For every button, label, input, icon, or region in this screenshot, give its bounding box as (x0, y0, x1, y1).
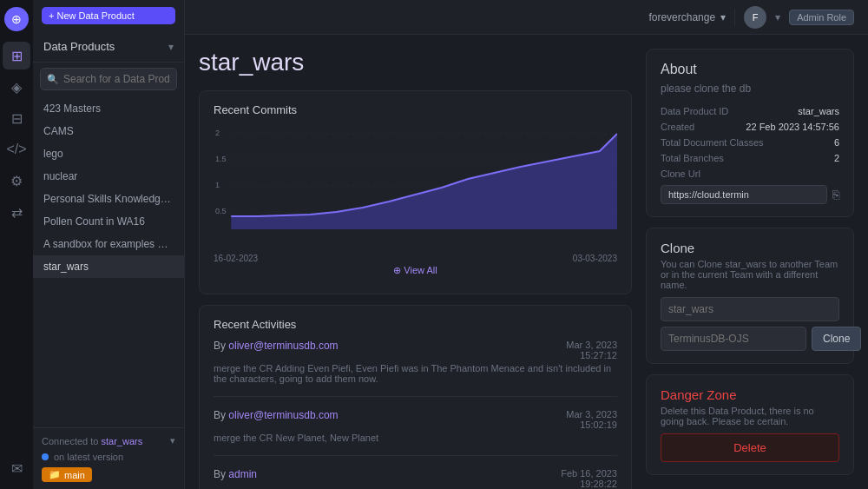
list-item[interactable]: nuclear (33, 165, 184, 188)
about-title: About (661, 62, 839, 77)
clone-team-input[interactable] (661, 327, 806, 351)
clone-row: Clone (661, 327, 839, 351)
list-item[interactable]: lego (33, 142, 184, 165)
activity-author: By oliver@terminusdb.com (214, 409, 339, 421)
list-item-active[interactable]: star_wars (33, 255, 184, 278)
recent-activities-card: Recent Activities By oliver@terminusdb.c… (199, 305, 632, 489)
version-dot (42, 453, 49, 460)
app-logo[interactable]: ⊕ (4, 7, 29, 31)
activity-header: By oliver@terminusdb.com Mar 3, 2023 15:… (214, 409, 617, 430)
nav-mail-icon[interactable]: ✉ (3, 454, 30, 482)
info-label: Clone Url (661, 169, 700, 179)
delete-button[interactable]: Delete (661, 433, 839, 462)
data-products-panel: + New Data Product Data Products ▾ 🔍 423… (33, 0, 185, 489)
version-text: on latest version (54, 452, 123, 462)
about-card: About please clone the db Data Product I… (646, 49, 854, 217)
info-label: Total Branches (661, 153, 724, 163)
connected-label: Connected to star_wars ▾ (42, 435, 175, 446)
chevron-down-icon: ▾ (168, 41, 174, 53)
page-title: star_wars (199, 49, 632, 76)
connected-section: Connected to star_wars ▾ on latest versi… (33, 427, 184, 489)
nav-graph-icon[interactable]: ◈ (3, 73, 30, 101)
view-all-link[interactable]: ⊕ View All (214, 265, 617, 276)
list-item[interactable]: A sandbox for examples and r... (33, 233, 184, 255)
activity-message: merge the CR Adding Even Piefi, Even Pie… (214, 363, 617, 384)
info-value: 22 Feb 2023 14:57:56 (746, 122, 839, 132)
branch-badge[interactable]: 📁 main (42, 467, 92, 482)
activity-header: By oliver@terminusdb.com Mar 3, 2023 15:… (214, 340, 617, 360)
info-value: 2 (834, 153, 839, 163)
main-content: foreverchange ▾ F ▾ Admin Role star_wars… (185, 0, 868, 489)
username: foreverchange (648, 11, 715, 23)
clone-repo-name-input[interactable] (661, 297, 839, 321)
avatar: F (744, 6, 766, 29)
danger-zone-title: Danger Zone (661, 387, 839, 402)
data-products-label: Data Products (43, 40, 115, 53)
new-data-product-button[interactable]: + New Data Product (42, 7, 175, 24)
activity-date: Mar 3, 2023 15:27:12 (566, 340, 617, 360)
info-row-clone-url: Clone Url (661, 166, 839, 182)
right-column: About please clone the db Data Product I… (646, 49, 854, 475)
clone-url-input[interactable] (661, 185, 827, 204)
clone-description: You can Clone star_wars to another Team … (661, 259, 839, 290)
divider (734, 9, 735, 26)
info-label: Total Document Classes (661, 137, 764, 148)
nav-home-icon[interactable]: ⊞ (3, 42, 30, 69)
info-label: Data Product ID (661, 106, 728, 116)
search-icon: 🔍 (47, 74, 59, 85)
chevron-down-icon: ▾ (720, 11, 726, 23)
clone-title: Clone (661, 241, 839, 255)
activity-header: By admin Feb 16, 2023 19:28:22 (214, 468, 617, 489)
chart-footer: 16-02-2023 03-03-2023 (214, 254, 617, 263)
danger-zone-description: Delete this Data Product, there is no go… (661, 406, 839, 426)
list-item[interactable]: CAMS (33, 120, 184, 142)
chart-container: 2 1.5 1 0.5 1 (214, 125, 617, 281)
svg-text:0.5: 0.5 (215, 207, 227, 215)
left-column: star_wars Recent Commits 2 1.5 1 0.5 (199, 49, 632, 475)
clone-card: Clone You can Clone star_wars to another… (646, 228, 854, 364)
info-row-branches: Total Branches 2 (661, 150, 839, 166)
copy-url-button[interactable]: ⎘ (832, 188, 839, 202)
version-row: on latest version (42, 452, 175, 462)
activity-author: By admin (214, 468, 257, 480)
nav-sync-icon[interactable]: ⇄ (3, 198, 30, 226)
recent-activities-title: Recent Activities (214, 318, 617, 331)
branch-icon: 📁 (49, 469, 61, 480)
info-label: Created (661, 122, 694, 132)
svg-text:2: 2 (215, 129, 220, 137)
connected-name: star_wars (102, 436, 143, 446)
nav-settings-icon[interactable]: ⚙ (3, 167, 30, 195)
topbar-user: foreverchange ▾ (648, 11, 726, 23)
nav-code-icon[interactable]: </> (3, 135, 30, 163)
activity-item: By admin Feb 16, 2023 19:28:22 cli: squa… (214, 468, 617, 489)
about-description: please clone the db (661, 83, 839, 95)
activity-item: By oliver@terminusdb.com Mar 3, 2023 15:… (214, 340, 617, 397)
activity-item: By oliver@terminusdb.com Mar 3, 2023 15:… (214, 409, 617, 456)
list-item[interactable]: Personal Skills Knowledge Gr... (33, 188, 184, 210)
topbar: foreverchange ▾ F ▾ Admin Role (185, 0, 868, 35)
info-row-created: Created 22 Feb 2023 14:57:56 (661, 119, 839, 135)
danger-zone-card: Danger Zone Delete this Data Product, th… (646, 374, 854, 475)
info-row-id: Data Product ID star_wars (661, 103, 839, 119)
nav-docs-icon[interactable]: ⊟ (3, 104, 30, 132)
commits-chart: 2 1.5 1 0.5 (214, 125, 617, 247)
product-list: 423 Masters CAMS lego nuclear Personal S… (33, 96, 184, 427)
list-item[interactable]: Pollen Count in WA16 (33, 210, 184, 233)
info-value: star_wars (798, 106, 839, 116)
chevron-down-icon: ▾ (170, 435, 175, 446)
activity-date: Feb 16, 2023 19:28:22 (561, 468, 617, 489)
activity-author: By oliver@terminusdb.com (214, 340, 339, 352)
info-row-doc-classes: Total Document Classes 6 (661, 135, 839, 150)
recent-commits-title: Recent Commits (214, 103, 617, 116)
list-item[interactable]: 423 Masters (33, 97, 184, 120)
admin-badge: Admin Role (789, 10, 854, 25)
chart-x-start: 16-02-2023 (214, 254, 258, 263)
clone-url-row: ⎘ (661, 185, 839, 204)
branch-label: main (64, 470, 85, 480)
search-box: 🔍 (40, 68, 177, 90)
activity-date: Mar 3, 2023 15:02:19 (566, 409, 617, 430)
info-value: 6 (834, 137, 839, 148)
chart-x-end: 03-03-2023 (573, 254, 617, 263)
search-input[interactable] (40, 68, 177, 90)
clone-button[interactable]: Clone (812, 327, 861, 351)
